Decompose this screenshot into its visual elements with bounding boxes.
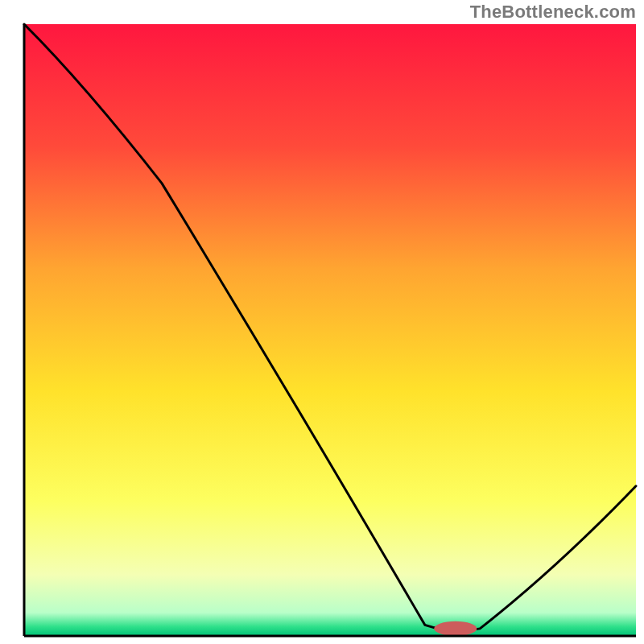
optimal-marker — [434, 621, 477, 636]
plot-background — [24, 24, 636, 636]
chart-container: TheBottleneck.com — [0, 0, 644, 644]
bottleneck-chart — [0, 0, 644, 644]
